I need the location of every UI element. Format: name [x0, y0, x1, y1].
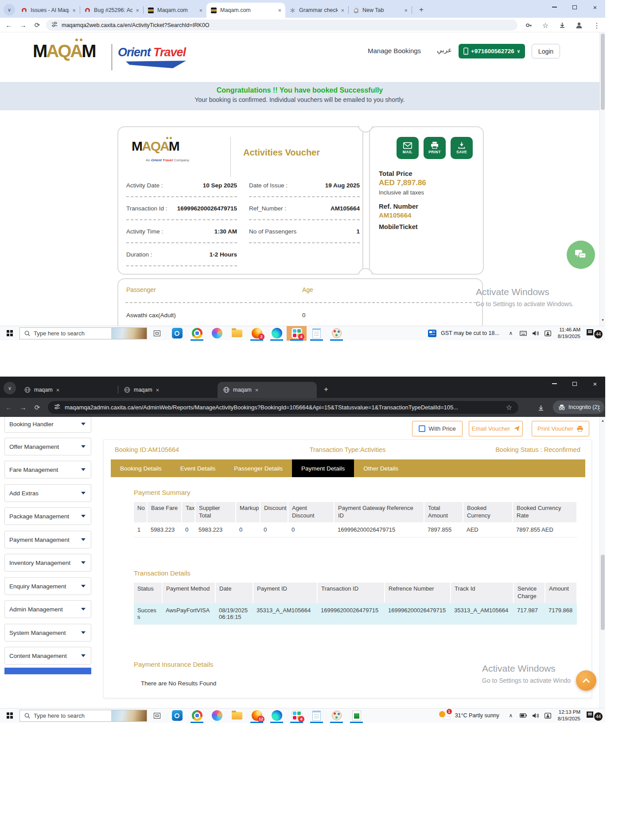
back-icon[interactable]: ←	[3, 402, 15, 413]
new-tab-button[interactable]: +	[320, 384, 332, 395]
task-view-button[interactable]	[147, 708, 167, 723]
browser-tab-newtab[interactable]: New Tab ×	[349, 3, 412, 18]
tab-other-details[interactable]: Other Details	[354, 459, 408, 477]
copilot-taskbar-icon[interactable]	[207, 326, 227, 341]
maximize-button[interactable]	[564, 0, 585, 14]
volume-tray-icon[interactable]	[530, 710, 541, 721]
taskbar-clock[interactable]: 12:13 PM 8/19/2025	[558, 709, 580, 722]
edge-taskbar-icon[interactable]	[267, 708, 287, 723]
menu-kebab-icon[interactable]: ⋮	[591, 19, 603, 31]
nav-manage-bookings[interactable]: Manage Bookings	[368, 47, 421, 54]
with-price-checkbox[interactable]	[419, 425, 425, 432]
editor-taskbar-icon[interactable]	[346, 708, 366, 723]
outlook-taskbar-icon[interactable]	[167, 708, 187, 723]
sidebar-item-admin-management[interactable]: Admin Management	[4, 600, 91, 618]
slack-taskbar-icon[interactable]: 4	[287, 326, 307, 341]
edge-taskbar-icon[interactable]	[267, 326, 287, 341]
task-view-button[interactable]	[147, 326, 167, 341]
sidebar-item-package-management[interactable]: Package Management	[4, 507, 91, 525]
reload-icon[interactable]: ⟳	[31, 402, 43, 413]
tab-search-chevron-icon[interactable]: ∨	[4, 382, 16, 394]
bookmark-star-icon[interactable]: ☆	[506, 403, 512, 412]
teams-tray-icon[interactable]	[543, 328, 553, 338]
page-scrollbar[interactable]: ▲	[599, 417, 605, 708]
maximize-button[interactable]	[564, 377, 585, 391]
address-bar[interactable]: maqamqa2web.caxita.ca/en/ActivityTicket?…	[46, 19, 517, 31]
sidebar-item-fare-management[interactable]: Fare Management	[4, 461, 91, 478]
forward-icon[interactable]: →	[17, 19, 29, 31]
browser-tab-maqam-1[interactable]: maqam ×	[19, 382, 118, 398]
with-price-toggle[interactable]: With Price	[412, 421, 463, 436]
action-center-button[interactable]: 44	[586, 710, 603, 721]
battery-tray-icon[interactable]	[518, 710, 529, 721]
sidebar-item-payment-management[interactable]: Payment Management	[4, 531, 91, 548]
chrome-taskbar-icon[interactable]	[187, 326, 207, 341]
taskbar-clock[interactable]: 11:46 AM 8/19/2025	[558, 327, 580, 340]
tab-close-icon[interactable]: ×	[56, 387, 60, 393]
save-voucher-button[interactable]: SAVE	[451, 137, 473, 159]
mail-voucher-button[interactable]: MAIL	[397, 137, 419, 159]
orient-travel-logo[interactable]: Orient Travel	[118, 46, 186, 59]
new-tab-button[interactable]: +	[416, 4, 427, 16]
email-voucher-button[interactable]: Email Voucher	[469, 421, 523, 436]
sidebar-item-enquiry-management[interactable]: Enquiry Management	[4, 577, 91, 595]
paint-taskbar-icon[interactable]	[327, 326, 346, 341]
tab-close-icon[interactable]: ×	[136, 7, 139, 14]
tab-close-icon[interactable]: ×	[341, 7, 344, 14]
paint-taskbar-icon[interactable]	[327, 708, 346, 723]
volume-tray-icon[interactable]	[530, 328, 541, 338]
minimize-button[interactable]	[544, 0, 564, 14]
menu-kebab-icon[interactable]: ⋮	[594, 402, 605, 414]
nav-language-arabic[interactable]: عربي	[437, 46, 452, 54]
start-button[interactable]	[0, 708, 19, 723]
weather-text[interactable]: 31°C Partly sunny	[455, 712, 499, 719]
search-highlight-image[interactable]	[111, 328, 147, 339]
keyboard-tray-icon[interactable]	[518, 328, 529, 338]
bookmark-star-icon[interactable]: ☆	[540, 19, 551, 31]
tab-close-icon[interactable]: ×	[255, 387, 259, 393]
print-voucher-button[interactable]: PRINT	[424, 137, 446, 159]
browser-tab-maqam-2[interactable]: maqam ×	[118, 382, 218, 398]
site-settings-icon[interactable]	[54, 404, 60, 412]
sidebar-item-content-management[interactable]: Content Management	[4, 647, 91, 665]
taskbar-search-input[interactable]: Type here to search	[19, 327, 147, 339]
taskbar-search-input[interactable]: Type here to search	[19, 710, 147, 722]
scrollbar-thumb[interactable]	[601, 34, 605, 110]
reload-icon[interactable]: ⟳	[31, 19, 43, 31]
browser-tab-grammar[interactable]: Grammar checker ass ×	[285, 3, 348, 18]
tab-close-icon[interactable]: ×	[72, 7, 76, 14]
slack-taskbar-icon[interactable]: 4	[287, 708, 307, 723]
notepad-taskbar-icon[interactable]	[307, 708, 327, 723]
close-button[interactable]: ×	[585, 377, 605, 391]
address-bar[interactable]: maqamqa2admin.caxita.ca/en/AdminWeb/Repo…	[48, 401, 518, 414]
back-icon[interactable]: ←	[3, 19, 15, 31]
maqam-logo[interactable]: MAQAM	[33, 42, 95, 60]
login-button[interactable]: Login	[532, 44, 560, 58]
passkey-icon[interactable]	[523, 19, 534, 31]
news-widget-icon[interactable]	[428, 330, 436, 337]
weather-widget-icon[interactable]: 1	[439, 710, 451, 721]
downloads-icon[interactable]	[556, 19, 568, 31]
start-button[interactable]	[0, 326, 19, 341]
scroll-to-top-button[interactable]	[576, 670, 596, 691]
tray-chevron-up-icon[interactable]: ∧	[506, 328, 516, 338]
scrollbar-thumb[interactable]	[601, 555, 605, 630]
search-highlight-image[interactable]	[111, 710, 147, 721]
tab-payment-details[interactable]: Payment Details	[292, 459, 354, 477]
tab-passenger-details[interactable]: Passenger Details	[225, 459, 292, 477]
tab-close-icon[interactable]: ×	[278, 7, 281, 14]
scrollbar-up-arrow[interactable]: ▲	[600, 419, 605, 423]
browser-tab-maqam-1[interactable]: Maqam.com ×	[144, 3, 206, 18]
page-scrollbar[interactable]: ▼	[599, 32, 605, 326]
browser-tab-issues[interactable]: Issues - Al Maqaam - ×	[17, 3, 80, 18]
tab-close-icon[interactable]: ×	[199, 7, 202, 14]
tab-search-chevron-icon[interactable]: ∨	[4, 4, 15, 16]
tray-chevron-up-icon[interactable]: ∧	[506, 710, 516, 721]
close-button[interactable]: ×	[585, 0, 605, 14]
news-headline[interactable]: GST may be cut to 18...	[441, 330, 499, 336]
forward-icon[interactable]: →	[17, 402, 29, 413]
tab-booking-details[interactable]: Booking Details	[111, 459, 171, 477]
browser-tab-maqam-active[interactable]: Maqam.com ×	[206, 3, 285, 18]
downloads-icon[interactable]	[535, 402, 547, 414]
browser-tab-bug[interactable]: Bug #25296: Activity ×	[80, 3, 143, 18]
